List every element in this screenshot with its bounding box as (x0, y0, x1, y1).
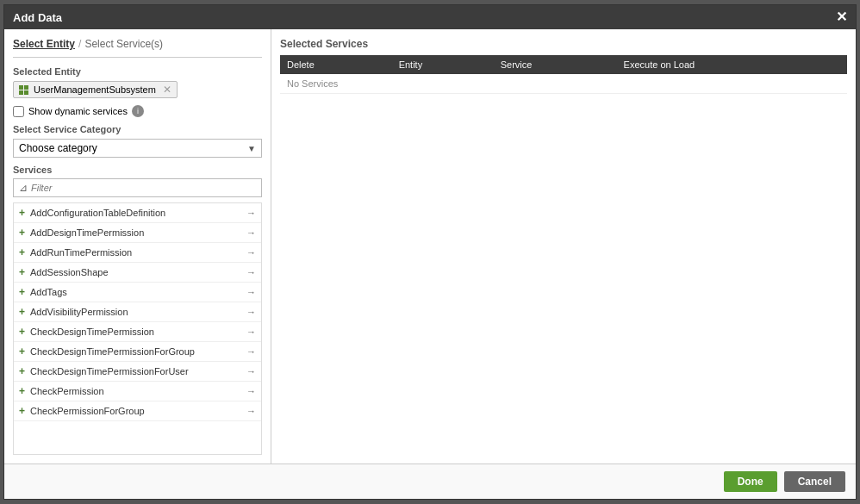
dropdown-arrow-icon: ▼ (247, 144, 256, 153)
service-name: CheckDesignTimePermissionForUser (30, 366, 246, 376)
service-arrow-icon: → (246, 366, 256, 376)
modal-overlay: Add Data ✕ Select Entity / Select Servic… (0, 0, 860, 504)
left-panel: Select Entity / Select Service(s) Select… (4, 29, 271, 464)
service-name: CheckPermissionForGroup (30, 406, 246, 416)
service-arrow-icon: → (246, 208, 256, 218)
service-item[interactable]: + AddConfigurationTableDefinition → (14, 203, 261, 223)
category-placeholder: Choose category (19, 142, 97, 154)
service-arrow-icon: → (246, 287, 256, 297)
selected-entity-row: UserManagementSubsystem ✕ (13, 81, 262, 98)
modal-header: Add Data ✕ (4, 5, 856, 29)
service-add-icon: + (19, 306, 25, 318)
done-button[interactable]: Done (724, 471, 777, 492)
filter-row: ⊿ (13, 178, 262, 197)
show-dynamic-label: Show dynamic services (28, 106, 128, 116)
service-arrow-icon: → (246, 267, 256, 277)
service-item[interactable]: + AddVisibilityPermission → (14, 302, 261, 322)
modal-body: Select Entity / Select Service(s) Select… (4, 29, 856, 464)
entity-grid-icon (19, 85, 28, 95)
service-arrow-icon: → (246, 227, 256, 238)
service-name: AddVisibilityPermission (30, 307, 246, 317)
service-arrow-icon: → (246, 386, 256, 396)
selected-entity-label: Selected Entity (13, 66, 262, 77)
col-execute: Execute on Load (617, 55, 847, 74)
service-item[interactable]: + CheckPermissionForGroup → (14, 401, 261, 421)
show-dynamic-row: Show dynamic services i (13, 105, 262, 117)
service-name: AddRunTimePermission (30, 247, 246, 258)
service-name: CheckDesignTimePermission (30, 327, 246, 337)
service-add-icon: + (19, 246, 25, 258)
services-table-header: Delete Entity Service Execute on Load (280, 55, 847, 74)
service-add-icon: + (19, 385, 25, 397)
services-table: Delete Entity Service Execute on Load No… (280, 55, 847, 94)
service-arrow-icon: → (246, 307, 256, 317)
service-item[interactable]: + AddDesignTimePermission → (14, 223, 261, 243)
col-entity: Entity (392, 55, 494, 74)
service-add-icon: + (19, 365, 25, 377)
filter-input[interactable] (31, 183, 256, 193)
service-item[interactable]: + CheckDesignTimePermissionForGroup → (14, 342, 261, 362)
service-arrow-icon: → (246, 247, 256, 258)
breadcrumb: Select Entity / Select Service(s) (13, 38, 262, 58)
modal-close-button[interactable]: ✕ (836, 10, 847, 24)
show-dynamic-checkbox[interactable] (13, 106, 24, 117)
service-item[interactable]: + CheckDesignTimePermissionForUser → (14, 362, 261, 382)
service-add-icon: + (19, 227, 25, 239)
service-item[interactable]: + CheckPermission → (14, 382, 261, 401)
service-arrow-icon: → (246, 327, 256, 337)
cancel-button[interactable]: Cancel (784, 471, 845, 492)
service-category-label: Select Service Category (13, 124, 262, 134)
service-add-icon: + (19, 207, 25, 219)
category-row: Choose category ▼ (13, 139, 262, 158)
service-add-icon: + (19, 405, 25, 417)
filter-icon: ⊿ (19, 182, 28, 194)
service-name: AddTags (30, 287, 246, 297)
modal: Add Data ✕ Select Entity / Select Servic… (3, 4, 857, 500)
service-name: AddDesignTimePermission (30, 227, 246, 238)
col-service: Service (494, 55, 617, 74)
service-add-icon: + (19, 286, 25, 298)
no-services-row: No Services (280, 74, 847, 94)
category-dropdown[interactable]: Choose category ▼ (13, 139, 262, 158)
service-add-icon: + (19, 266, 25, 278)
breadcrumb-select-services[interactable]: Select Service(s) (84, 38, 163, 50)
right-panel: Selected Services Delete Entity Service … (271, 29, 856, 464)
breadcrumb-separator: / (78, 38, 81, 50)
selected-services-title: Selected Services (280, 38, 847, 50)
service-name: CheckPermission (30, 386, 246, 396)
info-icon[interactable]: i (132, 105, 144, 117)
entity-tag: UserManagementSubsystem ✕ (13, 81, 178, 98)
breadcrumb-select-entity[interactable]: Select Entity (13, 38, 75, 50)
service-add-icon: + (19, 345, 25, 358)
service-arrow-icon: → (246, 406, 256, 416)
service-add-icon: + (19, 326, 25, 338)
no-services-text: No Services (280, 74, 847, 94)
services-list: + AddConfigurationTableDefinition → + Ad… (13, 202, 262, 455)
services-label: Services (13, 165, 262, 175)
entity-remove-button[interactable]: ✕ (163, 84, 171, 96)
col-delete: Delete (280, 55, 392, 74)
service-name: AddSessionShape (30, 267, 246, 277)
service-name: AddConfigurationTableDefinition (30, 208, 246, 218)
entity-name: UserManagementSubsystem (34, 84, 156, 95)
service-item[interactable]: + AddTags → (14, 283, 261, 302)
service-item[interactable]: + AddRunTimePermission → (14, 243, 261, 263)
modal-title: Add Data (13, 11, 62, 24)
service-item[interactable]: + AddSessionShape → (14, 263, 261, 283)
modal-footer: Done Cancel (4, 464, 856, 499)
service-arrow-icon: → (246, 346, 256, 357)
service-name: CheckDesignTimePermissionForGroup (30, 346, 246, 357)
service-item[interactable]: + CheckDesignTimePermission → (14, 322, 261, 342)
